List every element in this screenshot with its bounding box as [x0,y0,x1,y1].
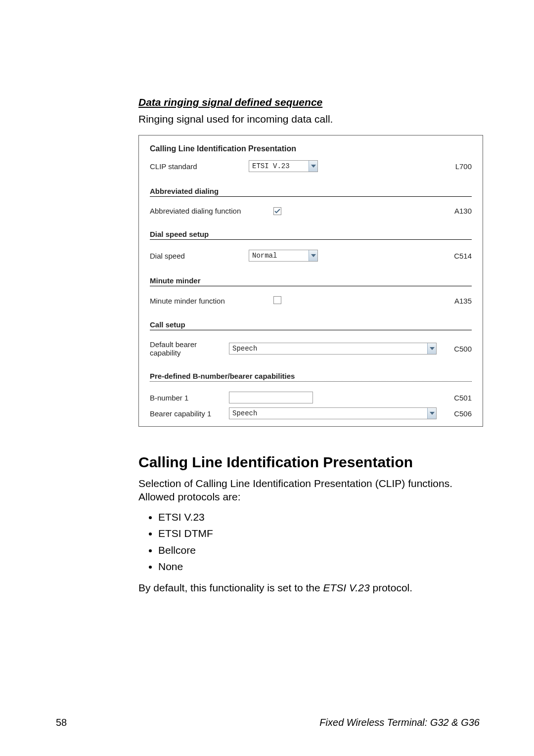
form-panel: Calling Line Identification Presentation… [138,135,483,427]
chevron-down-icon[interactable] [427,408,436,419]
minute-checkbox[interactable] [273,296,281,304]
dialspeed-label: Dial speed [150,252,249,260]
list-item: ETSI V.23 [158,509,480,526]
para-intro: Selection of Calling Line Identification… [138,477,480,504]
section-title: Data ringing signal defined sequence [138,96,480,108]
form-title: Calling Line Identification Presentation [150,144,472,153]
bearer-value: Speech [229,345,260,353]
section-desc: Ringing signal used for incoming data ca… [138,113,480,125]
abbrev-label: Abbreviated dialing function [150,207,249,215]
chevron-down-icon[interactable] [309,161,317,172]
row-abbrev: Abbreviated dialing function A130 [150,207,472,215]
row-bcap: Bearer capability 1 Speech C506 [150,407,472,419]
dialspeed-code: C514 [447,252,472,260]
bnum-input[interactable] [229,392,313,403]
page-content: Data ringing signal defined sequence Rin… [0,0,534,594]
bcap-select[interactable]: Speech [229,407,437,419]
clip-label: CLIP standard [150,162,249,171]
list-item: Bellcore [158,542,480,559]
chevron-down-icon[interactable] [309,250,317,261]
clip-value: ETSI V.23 [249,162,293,170]
abbrev-checkbox[interactable] [273,207,281,215]
group-dialspeed: Dial speed setup [150,230,472,240]
row-bnum: B-number 1 C501 [150,392,472,403]
list-item: ETSI DTMF [158,525,480,542]
minute-label: Minute minder function [150,297,249,305]
page-number: 58 [56,717,67,728]
protocol-list: ETSI V.23 ETSI DTMF Bellcore None [158,509,480,575]
abbrev-code: A130 [447,207,472,215]
page-footer: 58 Fixed Wireless Terminal: G32 & G36 [0,717,534,728]
row-clip-standard: CLIP standard ETSI V.23 L700 [150,160,472,172]
bcap-label: Bearer capability 1 [150,409,229,418]
para2-em: ETSI V.23 [323,582,370,593]
row-bearer: Default bearer capability Speech C500 [150,340,472,357]
bearer-label: Default bearer capability [150,340,229,357]
para2-pre: By default, this functionality is set to… [138,582,323,593]
minute-code: A135 [447,297,472,305]
doc-title: Fixed Wireless Terminal: G32 & G36 [319,717,480,728]
heading-clip: Calling Line Identification Presentation [138,454,480,471]
list-item: None [158,558,480,575]
bearer-code: C500 [450,345,472,353]
para2-post: protocol. [370,582,412,593]
bnum-label: B-number 1 [150,394,229,402]
group-minute: Minute minder [150,276,472,286]
clip-code: L700 [447,162,472,171]
row-minute: Minute minder function A135 [150,296,472,306]
chevron-down-icon[interactable] [427,343,436,354]
bcap-value: Speech [229,409,260,417]
para-default: By default, this functionality is set to… [138,581,480,594]
bcap-code: C506 [450,409,472,418]
bnum-code: C501 [447,394,472,402]
row-dialspeed: Dial speed Normal C514 [150,250,472,262]
group-predef: Pre-defined B-number/bearer capabilities [150,372,472,382]
group-abbrev: Abbreviated dialing [150,187,472,197]
clip-select[interactable]: ETSI V.23 [249,160,318,172]
dialspeed-value: Normal [249,252,280,260]
dialspeed-select[interactable]: Normal [249,250,318,262]
group-callsetup: Call setup [150,320,472,330]
bearer-select[interactable]: Speech [229,343,437,355]
